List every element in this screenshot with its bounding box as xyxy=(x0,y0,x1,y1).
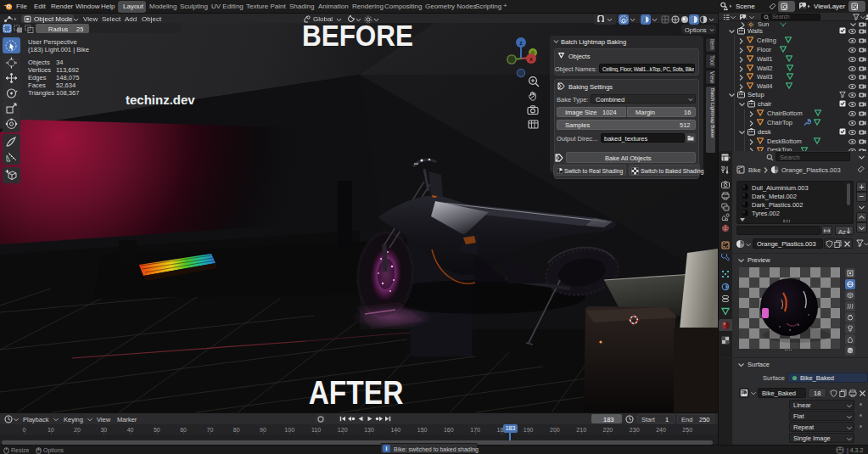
svg-text:techinz.dev: techinz.dev xyxy=(126,92,195,107)
svg-text:Objects: Objects xyxy=(28,59,50,66)
svg-text:Triangles: Triangles xyxy=(28,89,54,97)
svg-text:(183) Light.001 | Bike: (183) Light.001 | Bike xyxy=(28,46,89,53)
svg-text:52,634: 52,634 xyxy=(56,81,76,89)
svg-text:108,367: 108,367 xyxy=(56,89,79,97)
svg-text:Vertices: Vertices xyxy=(28,66,51,74)
svg-text:z: z xyxy=(519,40,523,46)
svg-text:BEFORE: BEFORE xyxy=(302,19,413,52)
svg-text:AFTER: AFTER xyxy=(309,374,404,412)
svg-text:34: 34 xyxy=(56,59,63,66)
svg-text:113,692: 113,692 xyxy=(56,66,79,74)
svg-text:User Perspective: User Perspective xyxy=(28,38,77,46)
svg-text:Faces: Faces xyxy=(28,81,46,89)
svg-text:148,075: 148,075 xyxy=(56,74,79,81)
svg-text:Edges: Edges xyxy=(28,74,47,81)
svg-text:x: x xyxy=(529,56,533,62)
